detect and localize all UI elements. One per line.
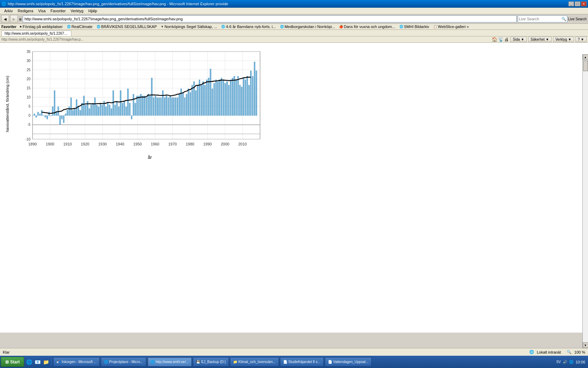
menu-redigera[interactable]: Redigera [15,8,35,14]
help-button[interactable]: ? ▼ [575,37,587,42]
chart-wrapper: 35 30 25 20 15 10 5 0 -5 -10 1890 1900 1… [15,48,267,160]
fav-item-norrk[interactable]: ✈ Norrköpings Segel Sällskap, ... [160,24,218,29]
svg-rect-109 [138,96,140,115]
svg-text:2010: 2010 [238,142,247,146]
minimize-button[interactable]: _ [568,1,574,6]
address-label: ◼ [19,17,22,21]
fav-label: SMHI Bildarkiv [404,25,429,29]
fav-globe2-icon: 🌐 [97,25,100,28]
menu-verktyg[interactable]: Verktyg [69,8,86,14]
search-icon[interactable]: 🔍 [561,17,566,21]
sida-button[interactable]: Sida ▼ [510,37,527,42]
title-bar-controls: _ □ ✕ [568,1,587,6]
svg-rect-88 [100,103,101,116]
svg-rect-138 [191,85,193,116]
svg-text:10: 10 [27,95,31,99]
svg-rect-151 [215,80,217,115]
fav-item-barndans[interactable]: 🌐 4-6 år Barndans nyb-forts. i... [220,24,277,29]
menu-favoriter[interactable]: Favoriter [48,8,68,14]
svg-rect-103 [127,89,129,116]
svg-rect-166 [243,78,244,116]
fav-label: Dans för vuxna och ungdom... [344,25,395,29]
svg-text:1940: 1940 [116,142,124,146]
sakerhet-label: Säkerhet ▼ [531,38,549,41]
tab-label: http://www.smhi.se/polopoly_fs/1.2267!im… [5,32,71,35]
verktyg-button[interactable]: Verktyg ▼ [553,37,574,42]
svg-rect-52 [34,114,35,116]
svg-rect-147 [208,78,209,116]
svg-rect-156 [225,83,226,116]
fav-item-webslice[interactable]: 📋 WebSlice-galleri » [432,24,470,29]
svg-rect-122 [162,90,163,116]
page-toolbar-right: 🏠 📡 🖨 Sida ▼ Säkerhet ▼ Verktyg ▼ ? ▼ [492,37,587,42]
svg-rect-155 [223,80,224,115]
menu-arkiv[interactable]: Arkiv [2,8,15,14]
tab-main[interactable]: http://www.smhi.se/polopoly_fs/1.2267!im… [1,30,71,36]
svg-rect-97 [116,101,118,116]
fav-item-medborg[interactable]: 🌐 Medborgarskolan i Norrköpi... [279,24,336,29]
svg-rect-132 [181,89,182,116]
svg-rect-63 [54,90,55,116]
feed-icon[interactable]: 📡 [498,37,504,42]
fav-item-braviken[interactable]: 🌐 BRÄVIKENS SEGELSÄLLSKAP [95,24,158,29]
svg-rect-55 [39,114,41,116]
svg-rect-72 [70,98,72,116]
fav-item-realclimate[interactable]: 🌐 RealClimate [65,24,94,29]
scroll-thumb[interactable] [583,61,588,71]
search-input[interactable] [519,17,561,21]
svg-rect-89 [102,105,103,116]
svg-text:1910: 1910 [63,142,72,146]
scroll-up-button[interactable]: ▲ [583,54,588,60]
svg-rect-73 [72,110,74,115]
svg-text:-5: -5 [27,123,30,127]
fav-item-dans[interactable]: 🍎 Dans för vuxna och ungdom... [338,24,397,29]
svg-rect-53 [36,116,37,117]
fav-item-smhi[interactable]: 🌐 SMHI Bildarkiv [398,24,430,29]
svg-rect-59 [47,116,48,119]
svg-rect-115 [149,96,151,115]
svg-rect-101 [124,101,125,116]
back-button[interactable]: ◀ [1,15,9,23]
svg-rect-136 [188,89,189,116]
menu-bar: Arkiv Redigera Visa Favoriter Verktyg Hj… [0,8,588,14]
print-icon[interactable]: 🖨 [504,37,509,42]
favorites-label: Favoriter [1,25,16,29]
svg-rect-108 [136,96,138,115]
svg-text:35: 35 [27,50,31,54]
sakerhet-button[interactable]: Säkerhet ▼ [528,37,552,42]
fav-label: BRÄVIKENS SEGELSÄLLSKAP [101,25,157,29]
menu-hjalp[interactable]: Hjälp [86,8,99,14]
tab-bar: http://www.smhi.se/polopoly_fs/1.2267!im… [0,30,588,36]
svg-rect-162 [236,80,237,115]
svg-rect-87 [98,107,99,116]
fav-apple-icon: 🍎 [339,25,343,28]
fav-globe4-icon: 🌐 [280,25,284,28]
svg-rect-148 [210,69,211,116]
svg-text:1920: 1920 [81,142,89,146]
svg-rect-71 [69,107,70,116]
close-button[interactable]: ✕ [581,1,587,6]
svg-rect-121 [160,98,162,116]
address-input[interactable] [23,15,517,22]
maximize-button[interactable]: □ [575,1,580,6]
svg-rect-161 [234,76,235,116]
svg-rect-140 [195,90,197,116]
svg-rect-100 [122,103,123,116]
svg-text:1990: 1990 [203,142,212,146]
help-label: ? ▼ [578,38,584,41]
forward-button[interactable]: ▶ [10,15,18,23]
menu-visa[interactable]: Visa [36,8,48,14]
svg-rect-127 [172,98,173,116]
search-live-label: Live Search [568,17,587,21]
home-icon[interactable]: 🏠 [492,37,497,42]
svg-rect-144 [203,82,204,116]
svg-rect-61 [50,116,52,116]
svg-rect-112 [144,96,145,115]
svg-rect-154 [221,78,222,116]
window-title: http://www.smhi.se/polopoly_fs/1.2267!im… [8,2,228,6]
svg-rect-86 [96,105,98,116]
fav-label: Förslag på webbplatser [23,25,63,29]
svg-rect-169 [248,85,250,116]
svg-text:15: 15 [27,86,31,90]
fav-item-suggestions[interactable]: ★ Förslag på webbplatser [18,24,64,29]
